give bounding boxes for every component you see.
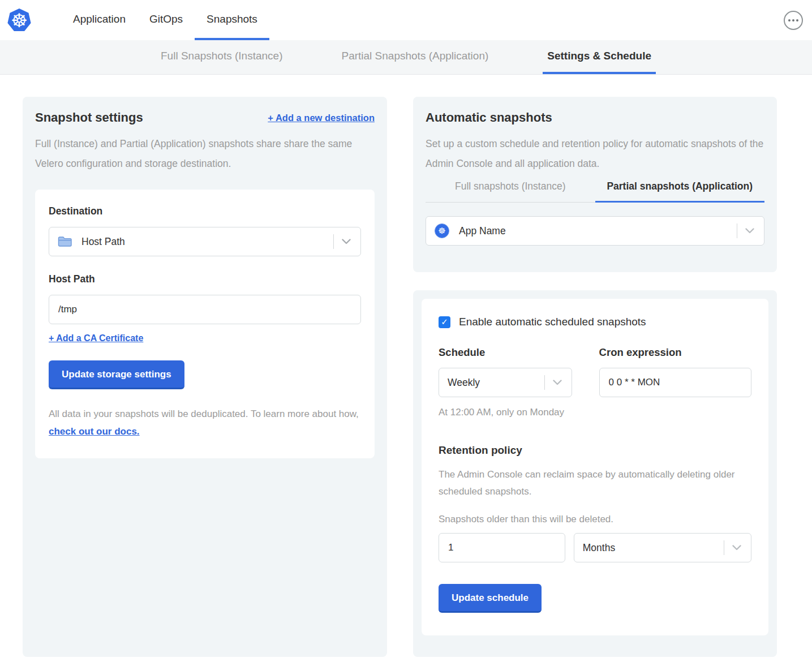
- main-nav: Application GitOps Snapshots: [61, 0, 269, 40]
- kubernetes-logo-icon: ☸: [7, 8, 32, 33]
- app-kubernetes-icon: ☸: [435, 223, 449, 238]
- host-path-field-wrap: [49, 295, 361, 324]
- destination-value: Host Path: [81, 236, 125, 248]
- storage-settings-card: Destination Host Path Host Path: [35, 190, 375, 458]
- retention-unit-value: Months: [583, 542, 615, 554]
- svg-text:☸: ☸: [11, 9, 28, 31]
- cron-human-readable: At 12:00 AM, only on Monday: [439, 407, 751, 418]
- tab-full-snapshots[interactable]: Full Snapshots (Instance): [156, 40, 287, 74]
- docs-link[interactable]: check out our docs.: [49, 426, 140, 437]
- snapshot-settings-header: Snapshot settings + Add a new destinatio…: [35, 110, 375, 125]
- snapshot-settings-panel: Snapshot settings + Add a new destinatio…: [23, 97, 387, 657]
- nav-item-snapshots[interactable]: Snapshots: [195, 0, 269, 40]
- snapshots-subnav: Full Snapshots (Instance) Partial Snapsh…: [0, 40, 812, 75]
- app-select[interactable]: ☸ App Name: [426, 216, 764, 246]
- cron-expression-field-wrap: [599, 368, 751, 397]
- tab-partial-snapshots-application[interactable]: Partial snapshots (Application): [595, 180, 765, 203]
- retention-value-input[interactable]: [448, 542, 556, 553]
- schedule-panel: Enable automatic scheduled snapshots Sch…: [413, 290, 777, 657]
- app-select-value: App Name: [459, 225, 506, 237]
- retention-hint: Snapshots older than this will be delete…: [439, 514, 751, 525]
- chevron-down-icon: [334, 239, 352, 244]
- schedule-labels-row: Schedule Cron expression: [439, 346, 751, 359]
- chevron-down-icon: [545, 380, 563, 385]
- enable-snapshots-checkbox[interactable]: [439, 316, 450, 328]
- automatic-snapshots-description: Set up a custom schedule and retention p…: [426, 134, 764, 174]
- snapshot-settings-title: Snapshot settings: [35, 110, 143, 125]
- retention-value-field-wrap: [439, 533, 565, 562]
- schedule-label: Schedule: [439, 346, 572, 359]
- tab-partial-snapshots[interactable]: Partial Snapshots (Application): [337, 40, 493, 74]
- schedule-controls-row: Weekly: [439, 368, 751, 397]
- chevron-down-icon: [724, 545, 742, 551]
- retention-controls-row: Months: [439, 533, 751, 562]
- overflow-menu-button[interactable]: [784, 11, 803, 30]
- chevron-down-icon: [737, 228, 755, 234]
- update-storage-settings-button[interactable]: Update storage settings: [49, 360, 184, 389]
- schedule-interval-select[interactable]: Weekly: [439, 368, 572, 397]
- schedule-interval-value: Weekly: [448, 377, 480, 389]
- retention-unit-select[interactable]: Months: [574, 533, 751, 562]
- destination-select[interactable]: Host Path: [49, 227, 361, 256]
- destination-label: Destination: [49, 205, 361, 217]
- cron-expression-input[interactable]: [609, 377, 742, 388]
- enable-snapshots-row: Enable automatic scheduled snapshots: [439, 316, 751, 328]
- retention-policy-title: Retention policy: [439, 444, 751, 457]
- folder-icon: [58, 235, 72, 248]
- top-navigation: ☸ Application GitOps Snapshots: [0, 0, 812, 40]
- cron-expression-label: Cron expression: [599, 346, 751, 359]
- ellipsis-icon: [788, 19, 790, 22]
- tab-settings-schedule[interactable]: Settings & Schedule: [543, 40, 656, 74]
- schedule-card: Enable automatic scheduled snapshots Sch…: [422, 299, 768, 635]
- automatic-snapshots-title: Automatic snapshots: [426, 110, 764, 125]
- automatic-snapshots-panel: Automatic snapshots Set up a custom sche…: [413, 97, 777, 272]
- add-new-destination-link[interactable]: + Add a new destination: [268, 113, 375, 123]
- dedupe-footnote: All data in your snapshots will be dedup…: [49, 405, 361, 440]
- nav-item-gitops[interactable]: GitOps: [138, 0, 195, 40]
- dedupe-footnote-text: All data in your snapshots will be dedup…: [49, 409, 359, 419]
- main-content: Snapshot settings + Add a new destinatio…: [0, 75, 812, 657]
- host-path-label: Host Path: [49, 273, 361, 285]
- retention-policy-description: The Admin Console can reclaim space by a…: [439, 466, 744, 500]
- enable-snapshots-label: Enable automatic scheduled snapshots: [459, 316, 646, 328]
- nav-item-application[interactable]: Application: [61, 0, 138, 40]
- snapshot-type-tabs: Full snapshots (Instance) Partial snapsh…: [426, 180, 764, 203]
- snapshot-settings-description: Full (Instance) and Partial (Application…: [35, 134, 375, 174]
- host-path-input[interactable]: [58, 304, 351, 315]
- add-ca-certificate-link[interactable]: + Add a CA Certificate: [49, 333, 143, 343]
- right-column: Automatic snapshots Set up a custom sche…: [413, 97, 777, 657]
- update-schedule-button[interactable]: Update schedule: [439, 584, 542, 613]
- tab-full-snapshots-instance[interactable]: Full snapshots (Instance): [426, 180, 595, 203]
